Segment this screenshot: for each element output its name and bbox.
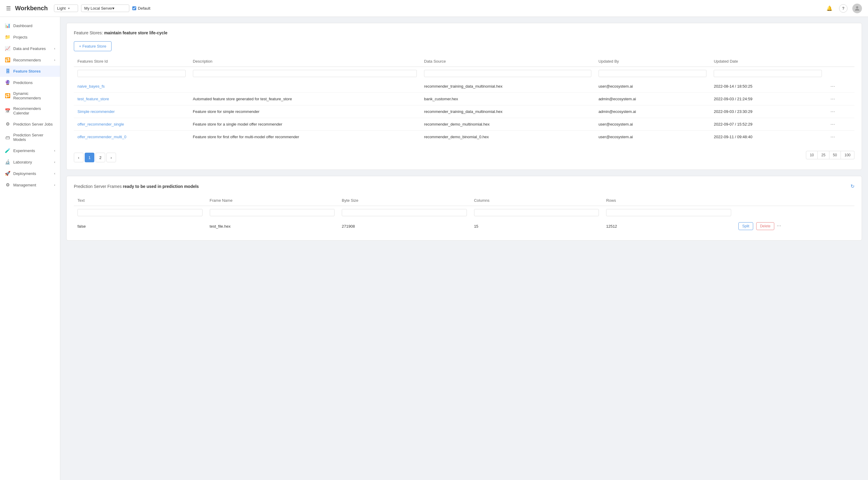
page-size-25[interactable]: 25 [818, 151, 829, 159]
server-dropdown[interactable]: My Local Server ▾ [81, 4, 129, 12]
store-updated-date: 2022-09-03 / 21:24:59 [710, 93, 826, 105]
filter-description[interactable] [193, 70, 417, 77]
prev-page-button[interactable]: ‹ [74, 153, 84, 162]
store-updated-by: admin@ecosystem.ai [595, 105, 710, 118]
sidebar-item-deployments[interactable]: 🚀 Deployments ‹ [0, 168, 60, 179]
store-updated-date: 2022-09-03 / 23:30:29 [710, 105, 826, 118]
table-row: test_feature_store Automated feature sto… [74, 93, 855, 105]
sidebar-item-dynamic-recommenders[interactable]: 🔁 Dynamic Recommenders [0, 88, 60, 103]
recommenders-calendar-icon: 📅 [5, 108, 10, 113]
page-size-10[interactable]: 10 [806, 151, 818, 159]
feature-stores-table-wrap: Features Store Id Description Data Sourc… [74, 56, 855, 143]
sidebar-item-recommenders-calendar[interactable]: 📅 Recommenders Calendar [0, 103, 60, 118]
sidebar-label-predictions: Predictions [13, 80, 55, 85]
page-2-button[interactable]: 2 [96, 153, 105, 162]
sidebar-item-experiments[interactable]: 🧪 Experiments ‹ [0, 145, 60, 156]
store-id-link[interactable]: Simple recommender [78, 109, 115, 114]
page-size-50[interactable]: 50 [830, 151, 841, 159]
delete-button[interactable]: Delete [756, 222, 775, 230]
pf-text: false [74, 219, 206, 233]
sidebar-label-dynamic-recommenders: Dynamic Recommenders [13, 91, 55, 100]
theme-dropdown[interactable]: Light ▾ [54, 4, 78, 12]
store-id-link[interactable]: test_feature_store [78, 97, 109, 101]
add-feature-store-button[interactable]: + Feature Store [74, 41, 112, 51]
filter-store-id[interactable] [78, 70, 186, 77]
page-1-button[interactable]: 1 [85, 153, 94, 162]
row-actions-button[interactable]: ··· [829, 108, 836, 115]
pf-filter-byte-size[interactable] [342, 209, 467, 216]
store-data-source: recommender_training_data_multinomial.he… [421, 80, 595, 93]
pf-header-row: Text Frame Name Byte Size Columns Rows [74, 195, 855, 206]
row-actions-button[interactable]: ··· [829, 121, 836, 127]
sidebar-item-dashboard[interactable]: 📊 Dashboard [0, 20, 60, 31]
pf-filter-rows[interactable] [606, 209, 731, 216]
avatar[interactable] [852, 4, 862, 13]
server-chevron-icon: ▾ [113, 6, 115, 10]
help-icon[interactable]: ? [839, 4, 847, 13]
row-actions-button[interactable]: ··· [829, 134, 836, 140]
pf-col-text: Text [74, 195, 206, 206]
filter-data-source[interactable] [424, 70, 591, 77]
theme-chevron-icon: ▾ [68, 7, 70, 10]
row-actions-button[interactable]: ··· [829, 96, 836, 102]
sidebar-label-laboratory: Laboratory [13, 160, 54, 164]
store-description: Feature store for first offer for multi-… [189, 131, 421, 143]
sidebar-item-data-features[interactable]: 📈 Data and Features ‹ [0, 43, 60, 54]
table-row: naive_bayes_fs recommender_training_data… [74, 80, 855, 93]
store-id-link[interactable]: offer_recommender_multi_0 [78, 135, 126, 139]
pagination-row: ‹ 1 2 › 10 25 50 100 [74, 148, 855, 162]
store-description: Automated feature store generated for te… [189, 93, 421, 105]
sidebar-item-prediction-server-jobs[interactable]: ⚙ Prediction Server Jobs [0, 118, 60, 130]
notification-bell-icon[interactable]: 🔔 [825, 4, 834, 13]
split-button[interactable]: Split [738, 222, 753, 230]
store-id-link[interactable]: naive_bayes_fs [78, 84, 104, 89]
menu-icon[interactable]: ☰ [6, 5, 11, 12]
sidebar-item-feature-stores[interactable]: 🗄 Feature Stores [0, 66, 60, 77]
sidebar-item-prediction-server-models[interactable]: 🗃 Prediction Server Models [0, 130, 60, 145]
pagination: ‹ 1 2 › [74, 153, 116, 162]
row-actions-button[interactable]: ··· [829, 83, 836, 90]
default-label: Default [138, 6, 150, 10]
col-data-source: Data Source [421, 56, 595, 67]
deployments-chevron-icon: ‹ [54, 172, 55, 175]
prediction-frames-card: Prediction Server Frames ready to be use… [66, 176, 862, 241]
store-updated-by: user@ecosystem.ai [595, 131, 710, 143]
pf-row-actions-button[interactable]: ··· [775, 222, 782, 229]
store-updated-date: 2022-09-07 / 15:52:29 [710, 118, 826, 131]
pf-filter-frame-name[interactable] [210, 209, 335, 216]
recommenders-icon: 🔁 [5, 57, 10, 63]
sidebar-item-recommenders[interactable]: 🔁 Recommenders › [0, 54, 60, 66]
feature-stores-table: Features Store Id Description Data Sourc… [74, 56, 855, 143]
sidebar-item-projects[interactable]: 📁 Projects [0, 31, 60, 43]
sidebar-label-data-features: Data and Features [13, 46, 54, 51]
next-page-button[interactable]: › [106, 153, 116, 162]
store-updated-date: 2022-09-11 / 09:48:40 [710, 131, 826, 143]
store-id-link[interactable]: offer_recommender_single [78, 122, 124, 127]
management-chevron-icon: ‹ [54, 183, 55, 187]
pf-filter-text[interactable] [78, 209, 203, 216]
prediction-frames-title: Prediction Server Frames ready to be use… [74, 184, 199, 189]
page-size-100[interactable]: 100 [841, 151, 855, 159]
sidebar-item-management[interactable]: ⚙ Management ‹ [0, 179, 60, 191]
sidebar-item-predictions[interactable]: 🔮 Predictions [0, 77, 60, 88]
pf-col-frame-name: Frame Name [206, 195, 338, 206]
projects-icon: 📁 [5, 34, 10, 40]
filter-updated-by[interactable] [598, 70, 707, 77]
sidebar-label-dashboard: Dashboard [13, 24, 55, 28]
default-checkbox[interactable] [132, 6, 136, 10]
store-data-source: recommender_demo_multinomial.hex [421, 118, 595, 131]
table-row: Simple recommender Feature store for sim… [74, 105, 855, 118]
server-label: My Local Server [84, 6, 113, 10]
sidebar-label-experiments: Experiments [13, 148, 54, 153]
feature-stores-title-bold: maintain feature store life-cycle [104, 30, 167, 35]
filter-updated-date[interactable] [714, 70, 822, 77]
default-check: Default [132, 6, 150, 10]
pf-filter-columns[interactable] [474, 209, 599, 216]
sidebar-item-laboratory[interactable]: 🔬 Laboratory ‹ [0, 156, 60, 168]
app-header: ☰ Workbench Light ▾ My Local Server ▾ De… [0, 0, 868, 17]
refresh-button[interactable]: ↻ [850, 183, 855, 189]
pf-byte-size: 271908 [338, 219, 470, 233]
pf-col-columns: Columns [470, 195, 603, 206]
sidebar: 📊 Dashboard 📁 Projects 📈 Data and Featur… [0, 17, 60, 480]
pf-frame-name: test_file.hex [206, 219, 338, 233]
